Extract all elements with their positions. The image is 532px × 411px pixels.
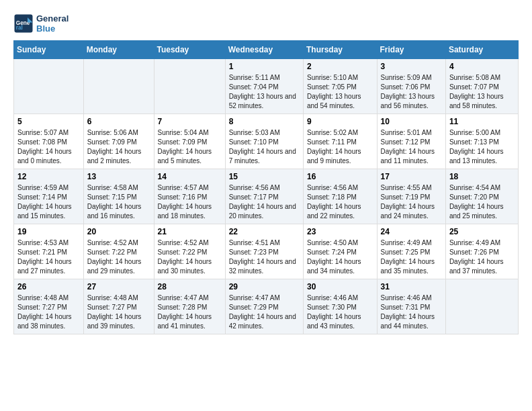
calendar-cell: 6Sunrise: 5:06 AM Sunset: 7:09 PM Daylig… xyxy=(83,114,154,169)
cell-content: Sunrise: 4:52 AM Sunset: 7:22 PM Dayligh… xyxy=(87,238,150,276)
calendar-cell xyxy=(83,59,154,114)
cell-content: Sunrise: 4:49 AM Sunset: 7:26 PM Dayligh… xyxy=(449,238,515,276)
cell-content: Sunrise: 5:04 AM Sunset: 7:09 PM Dayligh… xyxy=(158,128,222,166)
logo: Gene ral General Blue xyxy=(13,13,69,34)
cell-content: Sunrise: 5:07 AM Sunset: 7:08 PM Dayligh… xyxy=(17,128,80,166)
cell-content: Sunrise: 4:48 AM Sunset: 7:27 PM Dayligh… xyxy=(87,293,150,331)
day-number: 17 xyxy=(381,172,442,181)
day-number: 26 xyxy=(17,282,80,291)
header-thursday: Thursday xyxy=(303,41,377,59)
day-number: 21 xyxy=(158,227,222,236)
day-number: 13 xyxy=(87,172,150,181)
cell-content: Sunrise: 4:50 AM Sunset: 7:24 PM Dayligh… xyxy=(307,238,373,276)
week-row-4: 26Sunrise: 4:48 AM Sunset: 7:27 PM Dayli… xyxy=(14,279,519,334)
cell-content: Sunrise: 5:02 AM Sunset: 7:11 PM Dayligh… xyxy=(307,128,373,166)
calendar-cell: 14Sunrise: 4:57 AM Sunset: 7:16 PM Dayli… xyxy=(154,169,225,224)
header-monday: Monday xyxy=(83,41,154,59)
header-saturday: Saturday xyxy=(445,41,518,59)
day-number: 1 xyxy=(229,62,300,71)
day-number: 31 xyxy=(381,282,442,291)
calendar-cell: 16Sunrise: 4:56 AM Sunset: 7:18 PM Dayli… xyxy=(303,169,377,224)
day-number: 16 xyxy=(307,172,373,181)
calendar-cell: 19Sunrise: 4:53 AM Sunset: 7:21 PM Dayli… xyxy=(14,224,84,279)
week-row-3: 19Sunrise: 4:53 AM Sunset: 7:21 PM Dayli… xyxy=(14,224,519,279)
day-number: 25 xyxy=(449,227,515,236)
day-number: 19 xyxy=(17,227,80,236)
cell-content: Sunrise: 5:01 AM Sunset: 7:12 PM Dayligh… xyxy=(381,128,442,166)
day-number: 22 xyxy=(229,227,300,236)
calendar-cell: 13Sunrise: 4:58 AM Sunset: 7:15 PM Dayli… xyxy=(83,169,154,224)
week-row-1: 5Sunrise: 5:07 AM Sunset: 7:08 PM Daylig… xyxy=(14,114,519,169)
day-number: 3 xyxy=(381,62,442,71)
day-number: 29 xyxy=(229,282,300,291)
calendar-cell: 22Sunrise: 4:51 AM Sunset: 7:23 PM Dayli… xyxy=(225,224,303,279)
cell-content: Sunrise: 4:55 AM Sunset: 7:19 PM Dayligh… xyxy=(381,183,442,221)
calendar-cell: 31Sunrise: 4:46 AM Sunset: 7:31 PM Dayli… xyxy=(377,279,445,334)
cell-content: Sunrise: 4:48 AM Sunset: 7:27 PM Dayligh… xyxy=(17,293,80,331)
day-number: 23 xyxy=(307,227,373,236)
cell-content: Sunrise: 4:51 AM Sunset: 7:23 PM Dayligh… xyxy=(229,238,300,276)
calendar-cell: 12Sunrise: 4:59 AM Sunset: 7:14 PM Dayli… xyxy=(14,169,84,224)
cell-content: Sunrise: 5:09 AM Sunset: 7:06 PM Dayligh… xyxy=(381,73,442,111)
days-header-row: SundayMondayTuesdayWednesdayThursdayFrid… xyxy=(14,41,519,59)
day-number: 7 xyxy=(158,117,222,126)
day-number: 11 xyxy=(449,117,515,126)
day-number: 30 xyxy=(307,282,373,291)
cell-content: Sunrise: 4:47 AM Sunset: 7:28 PM Dayligh… xyxy=(158,293,222,331)
calendar-cell: 3Sunrise: 5:09 AM Sunset: 7:06 PM Daylig… xyxy=(377,59,445,114)
day-number: 27 xyxy=(87,282,150,291)
day-number: 10 xyxy=(381,117,442,126)
cell-content: Sunrise: 4:49 AM Sunset: 7:25 PM Dayligh… xyxy=(381,238,442,276)
calendar-cell xyxy=(445,279,518,334)
day-number: 9 xyxy=(307,117,373,126)
calendar-cell: 1Sunrise: 5:11 AM Sunset: 7:04 PM Daylig… xyxy=(225,59,303,114)
calendar-cell: 10Sunrise: 5:01 AM Sunset: 7:12 PM Dayli… xyxy=(377,114,445,169)
calendar-cell: 26Sunrise: 4:48 AM Sunset: 7:27 PM Dayli… xyxy=(14,279,84,334)
cell-content: Sunrise: 4:53 AM Sunset: 7:21 PM Dayligh… xyxy=(17,238,80,276)
cell-content: Sunrise: 4:57 AM Sunset: 7:16 PM Dayligh… xyxy=(158,183,222,221)
cell-content: Sunrise: 4:46 AM Sunset: 7:31 PM Dayligh… xyxy=(381,293,442,331)
day-number: 4 xyxy=(449,62,515,71)
cell-content: Sunrise: 4:46 AM Sunset: 7:30 PM Dayligh… xyxy=(307,293,373,331)
cell-content: Sunrise: 4:54 AM Sunset: 7:20 PM Dayligh… xyxy=(449,183,515,221)
cell-content: Sunrise: 4:56 AM Sunset: 7:18 PM Dayligh… xyxy=(307,183,373,221)
calendar-table: SundayMondayTuesdayWednesdayThursdayFrid… xyxy=(13,40,519,334)
cell-content: Sunrise: 5:08 AM Sunset: 7:07 PM Dayligh… xyxy=(449,73,515,111)
calendar-cell: 4Sunrise: 5:08 AM Sunset: 7:07 PM Daylig… xyxy=(445,59,518,114)
calendar-cell xyxy=(154,59,225,114)
calendar-cell: 5Sunrise: 5:07 AM Sunset: 7:08 PM Daylig… xyxy=(14,114,84,169)
cell-content: Sunrise: 4:59 AM Sunset: 7:14 PM Dayligh… xyxy=(17,183,80,221)
calendar-cell: 27Sunrise: 4:48 AM Sunset: 7:27 PM Dayli… xyxy=(83,279,154,334)
day-number: 6 xyxy=(87,117,150,126)
calendar-cell: 2Sunrise: 5:10 AM Sunset: 7:05 PM Daylig… xyxy=(303,59,377,114)
calendar-cell xyxy=(14,59,84,114)
day-number: 20 xyxy=(87,227,150,236)
week-row-2: 12Sunrise: 4:59 AM Sunset: 7:14 PM Dayli… xyxy=(14,169,519,224)
svg-text:ral: ral xyxy=(16,25,23,31)
cell-content: Sunrise: 4:56 AM Sunset: 7:17 PM Dayligh… xyxy=(229,183,300,221)
header-tuesday: Tuesday xyxy=(154,41,225,59)
calendar-cell: 28Sunrise: 4:47 AM Sunset: 7:28 PM Dayli… xyxy=(154,279,225,334)
calendar-cell: 18Sunrise: 4:54 AM Sunset: 7:20 PM Dayli… xyxy=(445,169,518,224)
calendar-cell: 9Sunrise: 5:02 AM Sunset: 7:11 PM Daylig… xyxy=(303,114,377,169)
day-number: 15 xyxy=(229,172,300,181)
calendar-cell: 30Sunrise: 4:46 AM Sunset: 7:30 PM Dayli… xyxy=(303,279,377,334)
week-row-0: 1Sunrise: 5:11 AM Sunset: 7:04 PM Daylig… xyxy=(14,59,519,114)
calendar-cell: 8Sunrise: 5:03 AM Sunset: 7:10 PM Daylig… xyxy=(225,114,303,169)
page-header: Gene ral General Blue xyxy=(13,13,519,34)
calendar-cell: 20Sunrise: 4:52 AM Sunset: 7:22 PM Dayli… xyxy=(83,224,154,279)
cell-content: Sunrise: 4:47 AM Sunset: 7:29 PM Dayligh… xyxy=(229,293,300,331)
calendar-cell: 15Sunrise: 4:56 AM Sunset: 7:17 PM Dayli… xyxy=(225,169,303,224)
cell-content: Sunrise: 5:10 AM Sunset: 7:05 PM Dayligh… xyxy=(307,73,373,111)
day-number: 18 xyxy=(449,172,515,181)
cell-content: Sunrise: 5:11 AM Sunset: 7:04 PM Dayligh… xyxy=(229,73,300,111)
header-wednesday: Wednesday xyxy=(225,41,303,59)
cell-content: Sunrise: 5:00 AM Sunset: 7:13 PM Dayligh… xyxy=(449,128,515,166)
header-sunday: Sunday xyxy=(14,41,84,59)
logo-icon: Gene ral xyxy=(13,13,34,34)
day-number: 2 xyxy=(307,62,373,71)
calendar-cell: 7Sunrise: 5:04 AM Sunset: 7:09 PM Daylig… xyxy=(154,114,225,169)
day-number: 24 xyxy=(381,227,442,236)
calendar-cell: 24Sunrise: 4:49 AM Sunset: 7:25 PM Dayli… xyxy=(377,224,445,279)
cell-content: Sunrise: 4:52 AM Sunset: 7:22 PM Dayligh… xyxy=(158,238,222,276)
